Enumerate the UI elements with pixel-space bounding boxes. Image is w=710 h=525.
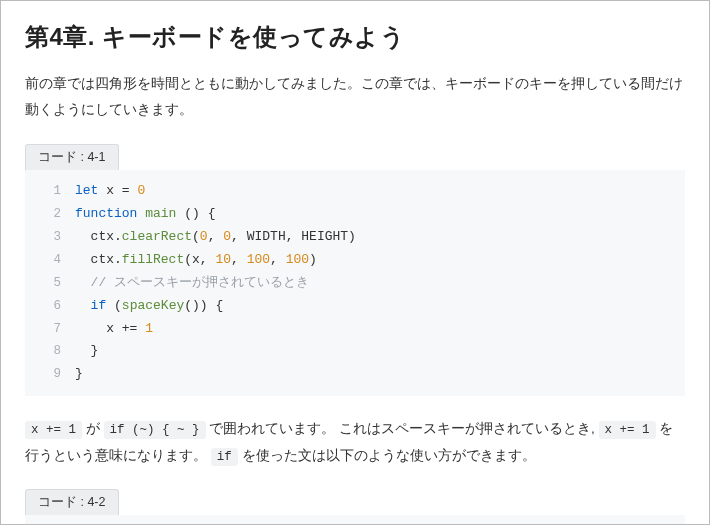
code-line: 4 ctx.fillRect(x, 10, 100, 100) (39, 249, 671, 272)
code-label: コード : 4-2 (25, 489, 119, 515)
line-number: 1 (39, 181, 61, 203)
code-content: x += 1 (75, 318, 153, 341)
line-number: 7 (39, 319, 61, 341)
code-content: } (75, 340, 98, 363)
code-content: let x = 0 (75, 180, 145, 203)
document-page: 第4章. キーボードを使ってみよう 前の章では四角形を時間とともに動かしてみまし… (0, 0, 710, 525)
inline-code: if (~) { ~ } (104, 421, 206, 439)
inline-code: x += 1 (25, 421, 82, 439)
line-number: 3 (39, 227, 61, 249)
chapter-title: 第4章. キーボードを使ってみよう (25, 21, 685, 53)
text: が (82, 421, 104, 436)
text: で囲われています。 これはスペースキーが押されているとき, (206, 421, 599, 436)
intro-paragraph: 前の章では四角形を時間とともに動かしてみました。この章では、キーボードのキーを押… (25, 71, 685, 122)
code-content: function main () { (75, 203, 215, 226)
line-number: 5 (39, 273, 61, 295)
code-body: 1if (はい/いいえで答えられる質問) {2 質問がはいのときに行う処理 (25, 515, 685, 525)
code-block-2: コード : 4-2 1if (はい/いいえで答えられる質問) {2 質問がはいの… (25, 489, 685, 525)
code-line: 1let x = 0 (39, 180, 671, 203)
code-line: 3 ctx.clearRect(0, 0, WIDTH, HEIGHT) (39, 226, 671, 249)
code-line: 2function main () { (39, 203, 671, 226)
line-number: 2 (39, 204, 61, 226)
code-content: ctx.fillRect(x, 10, 100, 100) (75, 249, 317, 272)
code-line: 7 x += 1 (39, 318, 671, 341)
line-number: 6 (39, 296, 61, 318)
line-number: 8 (39, 341, 61, 363)
code-line: 9} (39, 363, 671, 386)
code-content: // スペースキーが押されているとき (75, 272, 309, 295)
code-body: 1let x = 02function main () {3 ctx.clear… (25, 170, 685, 396)
code-block-1: コード : 4-1 1let x = 02function main () {3… (25, 144, 685, 396)
inline-code: x += 1 (599, 421, 656, 439)
text: を使った文は以下のような使い方ができます。 (238, 448, 536, 463)
code-content: } (75, 363, 83, 386)
code-content: ctx.clearRect(0, 0, WIDTH, HEIGHT) (75, 226, 356, 249)
code-content: if (spaceKey()) { (75, 295, 223, 318)
code-line: 5 // スペースキーが押されているとき (39, 272, 671, 295)
line-number: 9 (39, 364, 61, 386)
inline-code: if (211, 448, 238, 466)
line-number: 4 (39, 250, 61, 272)
code-label: コード : 4-1 (25, 144, 119, 170)
code-line: 8 } (39, 340, 671, 363)
code-line: 6 if (spaceKey()) { (39, 295, 671, 318)
description-paragraph: x += 1 が if (~) { ~ } で囲われています。 これはスペースキ… (25, 416, 685, 469)
